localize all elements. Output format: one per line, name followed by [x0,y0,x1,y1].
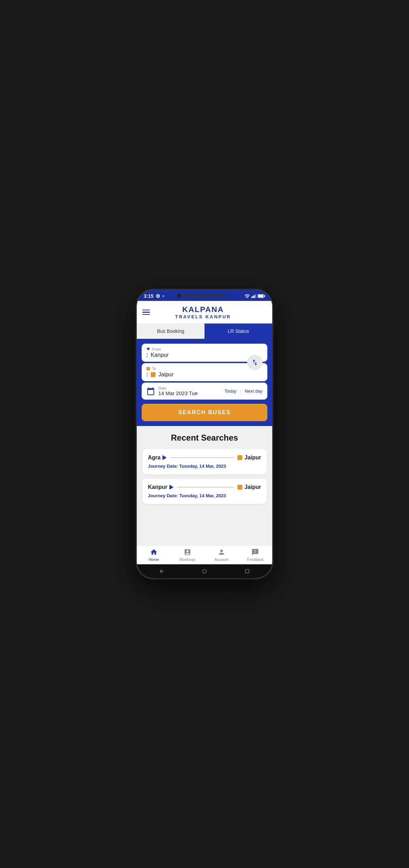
logo-subtitle: TRAVELS KANPUR [150,314,256,319]
nav-account-label: Account [215,557,228,562]
swap-icon [251,359,259,366]
nav-home-label: Home [149,557,159,562]
route-to-2: Jaipur [244,484,261,490]
android-nav-bar [137,564,272,578]
svg-rect-3 [254,295,255,298]
date-info: Date 14 Mar 2023 Tue [158,386,198,396]
status-time: 3:15 [144,293,153,299]
phone-frame: 3:15 • [137,290,272,578]
home-icon [150,548,158,556]
app-logo: KALPANA TRAVELS KANPUR [150,305,256,319]
route-1: Agra Jaipur [148,455,261,461]
to-icon [147,367,150,370]
account-icon [217,548,226,556]
feedback-icon [251,548,259,556]
svg-rect-9 [245,570,249,573]
route-2: Kanpur Jaipur [148,484,261,490]
to-label: To [147,367,262,371]
dots-icon-2 [147,373,148,377]
status-dot: • [162,293,164,299]
svg-rect-2 [253,296,254,298]
svg-rect-6 [264,295,265,297]
svg-rect-1 [251,296,252,298]
from-label: From [147,347,262,351]
from-icon [147,348,150,351]
nav-bookings-label: Bookings [180,557,195,562]
destination-square-2 [237,485,242,490]
nav-home[interactable]: Home [137,548,171,562]
svg-rect-7 [258,295,263,297]
route-to-1: Jaipur [244,455,261,461]
recent-search-card-2[interactable]: Kanpur Jaipur Journey Date: Tuesday, 14 … [142,478,267,504]
tab-lr-status[interactable]: LR Status [204,324,272,339]
swap-button[interactable] [247,355,262,370]
arrow-icon-2 [169,485,174,490]
route-line-2 [177,487,234,488]
recents-button[interactable] [244,568,251,575]
nav-feedback[interactable]: Feedback [239,548,273,562]
journey-date-2: Journey Date: Tuesday, 14 Mar, 2023 [148,493,261,498]
hamburger-menu-button[interactable] [142,310,150,315]
search-section: From Kanpur [137,339,272,426]
route-from-2: Kanpur [148,484,167,490]
status-icons [244,294,265,298]
destination-square-1 [237,455,242,460]
arrow-icon-1 [162,455,167,460]
date-value: 14 Mar 2023 Tue [158,390,198,396]
status-bar: 3:15 • [137,290,272,301]
bottom-nav: Home Bookings Account [137,546,272,564]
journey-date-1: Journey Date: Tuesday, 14 Mar, 2023 [148,464,261,469]
date-actions: Today | Next day [225,388,262,394]
bookings-icon [183,548,192,556]
route-line-1 [170,457,234,458]
date-left: Date 14 Mar 2023 Tue [147,386,198,396]
recent-search-card-1[interactable]: Agra Jaipur Journey Date: Tuesday, 14 Ma… [142,449,267,474]
date-label: Date [158,386,198,390]
next-day-button[interactable]: Next day [245,388,262,394]
tab-bar: Bus Booking LR Status [137,324,272,339]
phone-screen: 3:15 • [137,290,272,578]
from-to-container: From Kanpur [142,344,267,381]
battery-icon [258,294,265,298]
home-button[interactable] [201,568,208,575]
today-button[interactable]: Today [225,388,237,394]
dots-icon [147,353,148,357]
svg-point-8 [203,570,207,573]
recent-searches-title: Recent Searches [142,433,267,443]
recent-searches-section: Recent Searches Agra Jaipur Journey Date… [137,426,272,546]
tab-bus-booking[interactable]: Bus Booking [137,324,204,339]
to-value: Jaipur [147,371,262,378]
from-value: Kanpur [147,352,262,358]
svg-rect-4 [255,294,257,298]
date-card[interactable]: Date 14 Mar 2023 Tue Today | Next day [142,383,267,400]
signal-icon [251,294,256,298]
camera-dot [177,293,182,298]
nav-bookings[interactable]: Bookings [171,548,205,562]
to-orange-square [151,372,156,377]
route-from-1: Agra [148,455,160,461]
calendar-icon [147,387,155,395]
back-button[interactable] [158,568,165,575]
nav-feedback-label: Feedback [247,557,264,562]
gear-icon [156,294,160,298]
search-buses-button[interactable]: SEARCH BUSES [142,404,267,421]
wifi-icon [244,294,250,298]
app-header: KALPANA TRAVELS KANPUR [137,301,272,324]
nav-account[interactable]: Account [204,548,239,562]
logo-name: KALPANA [150,305,256,314]
svg-point-0 [247,297,248,298]
status-left: 3:15 • [144,293,164,299]
